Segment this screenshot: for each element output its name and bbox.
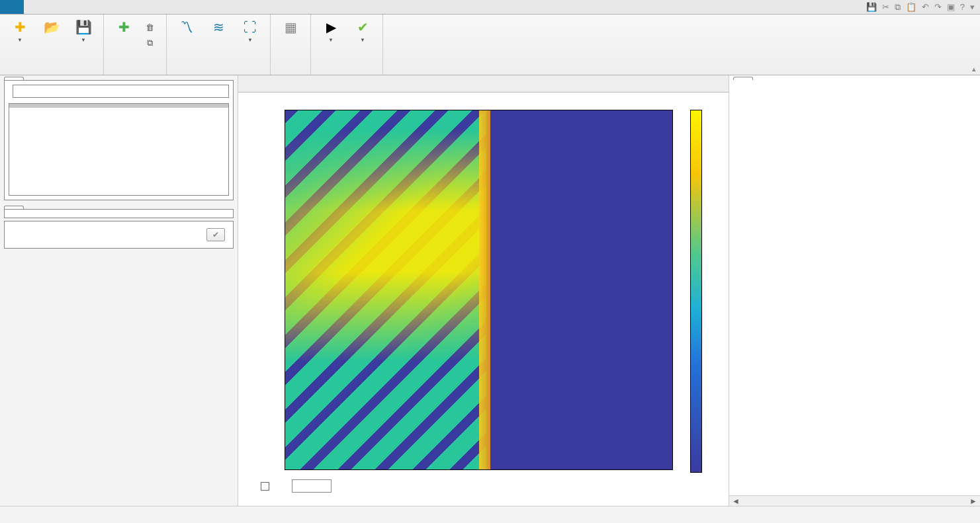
characteristics-panel: ◄►	[729, 75, 980, 506]
save-icon: 💾	[75, 19, 91, 35]
folder-open-icon: 📂	[44, 19, 60, 35]
trash-icon: 🗑	[144, 22, 155, 32]
layout-icon: ▦	[283, 19, 298, 35]
chevron-down-icon: ▼	[360, 37, 365, 43]
x-axis-label	[285, 471, 673, 473]
simulink-icon: ▶	[323, 19, 339, 35]
help-icon[interactable]: ?	[960, 2, 965, 12]
spectrum-button[interactable]: ⛶ ▼	[236, 17, 265, 45]
save-icon[interactable]: 💾	[866, 2, 877, 12]
plus-green-icon: ✚	[116, 19, 132, 35]
waveform-list[interactable]	[9, 103, 229, 196]
spectrogram-heatmap[interactable]	[285, 110, 673, 470]
apply-button[interactable]: ✔	[206, 228, 225, 241]
duplicate-button[interactable]: ⧉	[141, 36, 161, 50]
magphase-plot-icon: ≋	[210, 19, 226, 35]
menu-dropdown-icon[interactable]: ▾	[970, 2, 975, 12]
chevron-down-icon: ▼	[17, 37, 22, 43]
quick-access-toolbar: 💾 ✂ ⧉ 📋 ↶ ↷ ▣ ? ▾	[866, 0, 980, 14]
real-imaginary-button[interactable]: 〽	[172, 17, 201, 38]
export-group-label	[311, 71, 382, 75]
delete-button[interactable]: 🗑	[141, 20, 161, 34]
add-waveform-button[interactable]: ✚	[109, 17, 138, 38]
parameters-panel	[4, 209, 234, 218]
check-icon: ✔	[355, 19, 371, 35]
y-axis-label	[258, 110, 261, 473]
ribbon-toolbar: ✚ ▼ 📂 💾 ▼ ✚ 🗑 ⧉	[0, 15, 980, 75]
paste-icon[interactable]: 📋	[906, 2, 916, 12]
plot-footer	[258, 473, 709, 499]
plot-tab-bar	[238, 75, 729, 93]
plot-panel	[238, 75, 729, 506]
parameters-panel-2: ✔	[4, 221, 234, 249]
file-group-label	[0, 71, 103, 75]
colorbar	[690, 110, 702, 473]
spectrum-plot-icon: ⛶	[242, 19, 258, 35]
window-tabbar: 💾 ✂ ⧉ 📋 ↶ ↷ ▣ ? ▾	[0, 0, 980, 15]
library-panel	[4, 80, 234, 200]
windows-icon[interactable]: ▣	[947, 2, 955, 12]
status-bar	[0, 506, 980, 523]
analyzer-tab[interactable]	[0, 0, 24, 14]
export-button[interactable]: ✔ ▼	[348, 17, 377, 45]
left-panel: ✔	[0, 75, 238, 506]
redo-icon[interactable]: ↷	[934, 2, 942, 12]
save-button[interactable]: 💾 ▼	[69, 17, 98, 45]
threshold-input[interactable]	[292, 479, 332, 493]
horizontal-scrollbar[interactable]: ◄►	[729, 495, 980, 506]
layout-group-label	[271, 71, 310, 75]
duplicate-icon: ⧉	[144, 38, 155, 48]
chevron-down-icon: ▼	[81, 37, 86, 43]
library-group-label	[104, 71, 166, 75]
colorbar-label	[706, 110, 709, 473]
plus-icon: ✚	[12, 19, 28, 35]
analysis-group-label	[167, 71, 270, 75]
realimag-plot-icon: 〽	[179, 19, 195, 35]
sample-rate-input[interactable]	[13, 85, 229, 98]
reassigned-checkbox[interactable]	[261, 481, 272, 491]
magnitude-phase-button[interactable]: ≋	[204, 17, 233, 38]
open-button[interactable]: 📂	[37, 17, 66, 38]
y-axis-ticks	[261, 110, 285, 473]
waveform-list-item[interactable]	[9, 104, 228, 108]
ribbon-collapse-icon[interactable]: ▴	[972, 65, 976, 73]
chevron-down-icon: ▼	[328, 37, 334, 43]
cut-icon[interactable]: ✂	[882, 2, 889, 12]
generate-simulink-button[interactable]: ▶ ▼	[316, 17, 345, 45]
undo-icon[interactable]: ↶	[922, 2, 929, 12]
copy-icon[interactable]: ⧉	[895, 2, 901, 13]
chevron-down-icon: ▼	[247, 37, 253, 43]
new-button[interactable]: ✚ ▼	[5, 17, 34, 45]
default-layout-button[interactable]: ▦	[276, 17, 305, 38]
